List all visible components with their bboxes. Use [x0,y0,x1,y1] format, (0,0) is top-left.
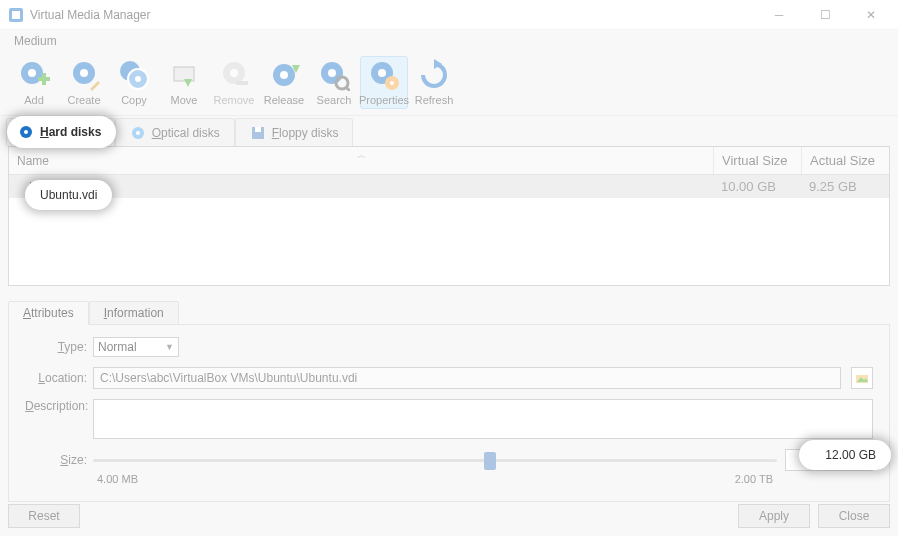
col-actual-size[interactable]: Actual Size [801,147,889,174]
media-list-header: ︿Name Virtual Size Actual Size [9,147,889,175]
menu-bar: Medium [0,30,898,52]
type-select[interactable]: Normal ▼ [93,337,179,357]
toolbar-create[interactable]: Create [60,56,108,109]
floppy-disk-icon [250,125,266,141]
toolbar-release[interactable]: Release [260,56,308,109]
location-field[interactable]: C:\Users\abc\VirtualBox VMs\Ubuntu\Ubunt… [93,367,841,389]
highlight-row-name: Ubuntu.vdi [28,183,109,207]
svg-point-7 [80,69,88,77]
close-window-button[interactable]: ✕ [848,0,894,30]
disk-copy-icon [118,59,150,91]
svg-point-3 [28,69,36,77]
svg-rect-34 [255,127,261,132]
sort-indicator-icon: ︿ [357,149,366,162]
svg-point-32 [136,131,140,135]
size-slider[interactable] [93,450,777,470]
title-bar: Virtual Media Manager ─ ☐ ✕ [0,0,898,30]
svg-point-18 [280,71,288,79]
tab-attributes[interactable]: Attributes [8,301,89,325]
disk-move-icon [168,59,200,91]
media-row[interactable]: Ubuntu.vdi 10.00 GB 9.25 GB [9,175,889,198]
svg-rect-16 [236,81,248,85]
svg-point-21 [328,69,336,77]
menu-medium[interactable]: Medium [8,32,63,50]
svg-marker-8 [90,81,100,91]
description-textarea[interactable] [93,399,873,439]
svg-point-27 [390,81,394,85]
bottom-bar: Reset Apply Close [8,504,890,528]
disk-properties-icon [368,59,400,91]
toolbar-add[interactable]: Add [10,56,58,109]
highlight-size-value: 12.00 GB [802,443,888,467]
highlight-tab-hard-disks: Hard disks [10,119,113,145]
disk-search-icon [318,59,350,91]
svg-marker-13 [184,79,192,87]
dropdown-caret-icon: ▼ [165,342,174,352]
media-type-tabs: Hard disks Optical disks Floppy disks [0,116,898,146]
slider-thumb[interactable] [484,452,496,470]
folder-picture-icon [855,371,869,385]
svg-line-23 [346,87,350,91]
toolbar-properties[interactable]: Properties [360,56,408,109]
size-scale-max: 2.00 TB [735,473,773,485]
type-label: Type: [25,340,87,354]
minimize-button[interactable]: ─ [756,0,802,30]
media-row-actual: 9.25 GB [801,175,889,198]
attributes-panel: Type: Normal ▼ Location: C:\Users\abc\Vi… [8,324,890,502]
toolbar: Add Create Copy Move Remove Release Sear… [0,52,898,116]
media-row-virtual: 10.00 GB [713,175,801,198]
svg-point-11 [135,76,141,82]
toolbar-refresh[interactable]: Refresh [410,56,458,109]
size-scale-min: 4.00 MB [97,473,138,485]
svg-rect-12 [174,67,194,81]
disk-create-icon [68,59,100,91]
location-label: Location: [25,371,87,385]
refresh-icon [418,59,450,91]
toolbar-search[interactable]: Search [310,56,358,109]
svg-point-38 [24,130,28,134]
col-virtual-size[interactable]: Virtual Size [713,147,801,174]
apply-button[interactable]: Apply [738,504,810,528]
disk-remove-icon [218,59,250,91]
close-button[interactable]: Close [818,504,890,528]
tab-optical-disks[interactable]: Optical disks [115,118,235,146]
toolbar-move[interactable]: Move [160,56,208,109]
col-name[interactable]: ︿Name [9,147,713,174]
toolbar-copy[interactable]: Copy [110,56,158,109]
svg-rect-5 [42,73,46,85]
disk-add-icon [18,59,50,91]
size-label: Size: [25,453,87,467]
svg-rect-1 [12,11,20,19]
svg-point-15 [230,69,238,77]
reset-button[interactable]: Reset [8,504,80,528]
tab-information[interactable]: Information [89,301,179,325]
description-label: Description: [25,399,87,413]
optical-disk-icon [130,125,146,141]
location-browse-button[interactable] [851,367,873,389]
details-tabs: Attributes Information [8,300,890,324]
window-title: Virtual Media Manager [30,8,151,22]
media-list: ︿Name Virtual Size Actual Size Ubuntu.vd… [8,146,890,286]
toolbar-remove: Remove [210,56,258,109]
app-icon [8,7,24,23]
tab-floppy-disks[interactable]: Floppy disks [235,118,354,146]
disk-release-icon [268,59,300,91]
media-row-name: Ubuntu.vdi [9,175,713,198]
svg-point-25 [378,69,386,77]
maximize-button[interactable]: ☐ [802,0,848,30]
